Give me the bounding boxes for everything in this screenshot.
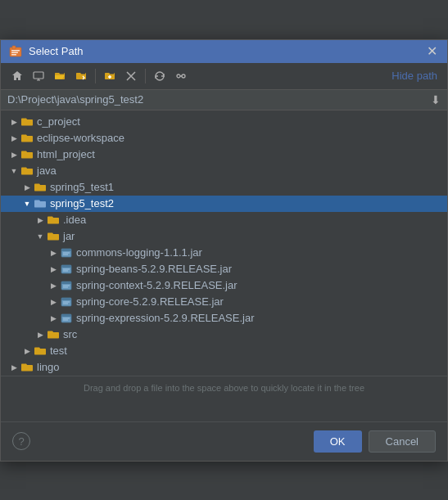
arrow-html_project: ▶ [7,148,20,161]
folder-open-button[interactable] [50,66,70,86]
dialog-title: Select Path [29,45,419,57]
folder-icon-lingo [20,361,34,374]
new-folder-button[interactable] [100,66,120,86]
tree-item-spring-core[interactable]: ▶ spring-core-5.2.9.RELEASE.jar [1,294,447,310]
svg-rect-5 [11,54,16,56]
tree-item-src[interactable]: ▶ src [1,327,447,343]
folder-icon-spring5_test1 [34,181,47,194]
folder-icon-java [20,164,34,178]
svg-rect-26 [61,314,71,317]
arrow-lingo: ▶ [7,361,20,374]
tree-label-test: test [50,345,67,357]
link-button[interactable] [171,66,191,86]
tree-item-java[interactable]: ▼ java [1,163,447,179]
tree-item-test[interactable]: ▶ test [1,343,447,359]
select-path-dialog: Select Path ✕ [0,39,448,462]
ok-button[interactable]: OK [314,430,362,453]
folder-icon-idea [47,214,60,227]
folder-icon-eclipse-workspace [20,132,34,145]
tree-label-src: src [63,328,77,340]
title-bar: Select Path ✕ [1,40,447,63]
svg-rect-18 [61,282,71,284]
arrow-commons-logging: ▶ [47,246,60,259]
toolbar-separator-1 [95,69,96,83]
monitor-button[interactable] [29,66,48,86]
tree-item-commons-logging[interactable]: ▶ commons-logging-1.1.1.jar [1,245,447,261]
tree-item-spring-context[interactable]: ▶ spring-context-5.2.9.RELEASE.jar [1,277,447,294]
cancel-button[interactable]: Cancel [369,430,436,453]
tree-item-spring-expression[interactable]: ▶ spring-expression-5.2.9.RELEASE.jar [1,310,447,327]
tree-label-jar: jar [63,230,75,242]
toolbar: Hide path [1,63,447,90]
tree-item-spring5_test2[interactable]: ▼ spring5_test2 [1,196,447,212]
tree-label-spring-core: spring-core-5.2.9.RELEASE.jar [76,295,224,308]
help-button[interactable]: ? [12,432,30,450]
tree-label-lingo: lingo [37,361,59,373]
path-confirm-icon[interactable]: ⬇ [431,93,441,106]
toolbar-separator-2 [145,69,146,83]
svg-rect-14 [61,265,71,268]
drag-hint: Drag and drop a file into the space abov… [1,376,447,399]
folder-nav-button[interactable] [71,66,91,86]
tree-item-spring-beans[interactable]: ▶ spring-beans-5.2.9.RELEASE.jar [1,261,447,277]
jar-icon-spring-beans [60,263,73,276]
folder-icon-html_project [20,148,34,161]
home-button[interactable] [7,66,27,86]
svg-rect-3 [11,50,20,52]
tree-label-c_project: c_project [37,115,80,128]
folder-icon-c_project [20,115,34,128]
arrow-jar: ▼ [34,230,47,243]
tree-item-html_project[interactable]: ▶ html_project [1,146,447,163]
tree-label-spring5_test2: spring5_test2 [50,197,114,209]
tree-label-spring-expression: spring-expression-5.2.9.RELEASE.jar [76,312,255,324]
arrow-spring-beans: ▶ [47,263,60,276]
close-button[interactable]: ✕ [425,45,439,58]
tree-label-html_project: html_project [37,148,95,160]
arrow-spring-expression: ▶ [47,312,60,325]
tree-label-spring-beans: spring-beans-5.2.9.RELEASE.jar [76,263,232,275]
jar-icon-spring-core [60,295,73,309]
jar-icon-spring-context [60,279,73,292]
hide-path-link[interactable]: Hide path [388,68,441,83]
action-buttons: OK Cancel [314,430,436,453]
arrow-src: ▶ [34,328,47,341]
tree-label-commons-logging: commons-logging-1.1.1.jar [76,246,202,259]
svg-rect-10 [61,249,71,251]
tree-item-jar[interactable]: ▼ jar [1,228,447,245]
tree-item-eclipse-workspace[interactable]: ▶ eclipse-workspace [1,130,447,146]
tree-item-c_project[interactable]: ▶ c_project [1,114,447,130]
tree-label-eclipse-workspace: eclipse-workspace [37,132,124,144]
jar-icon-commons-logging [60,246,73,259]
arrow-idea: ▶ [34,214,47,227]
arrow-eclipse-workspace: ▶ [7,132,20,145]
path-input[interactable] [7,93,426,106]
arrow-c_project: ▶ [7,115,20,128]
tree-label-spring-context: spring-context-5.2.9.RELEASE.jar [76,279,238,291]
dialog-icon [9,45,22,58]
arrow-spring-context: ▶ [47,279,60,292]
arrow-spring-core: ▶ [47,295,60,309]
tree-label-idea: .idea [63,214,86,226]
arrow-spring5_test2: ▼ [20,197,34,210]
tree-item-lingo[interactable]: ▶ lingo [1,359,447,376]
arrow-test: ▶ [20,345,34,358]
button-bar: ? OK Cancel [1,421,447,461]
tree-label-spring5_test1: spring5_test1 [50,181,114,193]
folder-icon-test [34,345,47,358]
svg-rect-2 [12,46,16,49]
svg-rect-4 [11,52,18,53]
delete-button[interactable] [121,66,141,86]
refresh-button[interactable] [150,66,170,86]
folder-icon-src [47,328,60,341]
path-bar: ⬇ [1,90,447,110]
svg-rect-22 [61,298,71,300]
arrow-spring5_test1: ▶ [20,181,34,194]
file-tree[interactable]: ▶ c_project ▶ eclipse-workspace ▶ html_p… [1,110,447,421]
svg-rect-7 [177,74,180,78]
folder-icon-jar [47,230,60,243]
jar-icon-spring-expression [60,312,73,325]
tree-item-spring5_test1[interactable]: ▶ spring5_test1 [1,179,447,196]
folder-icon-spring5_test2 [34,197,47,210]
tree-item-idea[interactable]: ▶ .idea [1,212,447,228]
arrow-java: ▼ [7,164,20,178]
